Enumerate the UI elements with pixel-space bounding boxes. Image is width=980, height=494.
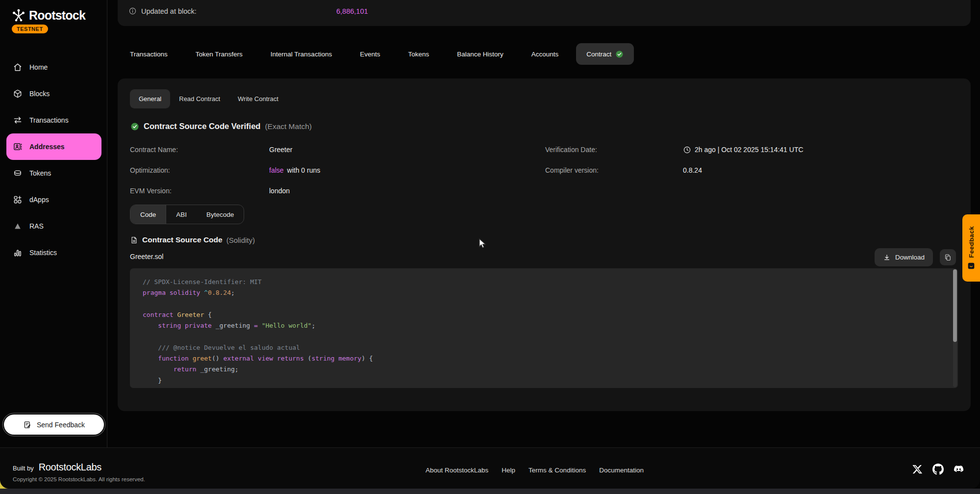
send-feedback-button[interactable]: Send Feedback (4, 415, 104, 435)
addresses-icon (13, 142, 23, 152)
address-tabs: TransactionsToken TransfersInternal Tran… (130, 43, 634, 65)
home-icon (13, 62, 23, 72)
detail-row-compiler-version: Compiler version: 0.8.24 (545, 160, 804, 181)
sidebar-item-transactions[interactable]: Transactions (6, 107, 101, 133)
sidebar-item-label: Tokens (29, 169, 51, 177)
clock-icon (683, 146, 691, 154)
tab-tokens[interactable]: Tokens (408, 51, 429, 58)
detail-row-evm-version: EVM Version: london (130, 181, 320, 201)
file-icon (130, 236, 138, 244)
sidebar-item-blocks[interactable]: Blocks (6, 80, 101, 107)
sidebar-item-home[interactable]: Home (6, 54, 101, 80)
feedback-side-tab[interactable]: Feedback (962, 214, 980, 282)
code-line: contract Greeter { (143, 310, 945, 320)
footer: Built by RootstockLabs Copyright © 2025 … (0, 447, 980, 489)
copy-icon (944, 253, 952, 261)
code-view-switch: CodeABIBytecode (130, 205, 244, 224)
code-scrollbar[interactable] (953, 269, 957, 342)
sidebar-item-label: Home (29, 63, 48, 71)
discord-icon[interactable] (953, 464, 964, 475)
detail-row-optimization: Optimization: false with 0 runs (130, 160, 320, 181)
sidebar-item-label: dApps (29, 196, 49, 204)
transactions-icon (13, 115, 23, 125)
sidebar-item-statistics[interactable]: Statistics (6, 239, 101, 266)
tab-balance-history[interactable]: Balance History (457, 51, 503, 58)
detail-label: Compiler version: (545, 166, 683, 174)
details-left-column: Contract Name: Greeter Optimization: fal… (130, 139, 320, 201)
copy-button[interactable] (940, 249, 956, 265)
subtab-read-contract[interactable]: Read Contract (170, 89, 229, 108)
brand-name: Rootstock (29, 8, 85, 23)
copyright-text: Copyright © 2025 RootstockLabs. All righ… (13, 476, 145, 482)
tab-contract[interactable]: Contract (576, 43, 634, 65)
testnet-badge: TESTNET (12, 25, 48, 33)
subtab-general[interactable]: General (130, 89, 170, 108)
x-icon[interactable] (912, 464, 923, 475)
verified-suffix: (Exact Match) (265, 122, 312, 131)
tab-label: Contract (586, 51, 611, 58)
dapps-icon (13, 195, 23, 205)
detail-value: Greeter (269, 146, 292, 154)
rootstocklabs-wordmark[interactable]: RootstockLabs (39, 462, 101, 473)
contract-details: Contract Name: Greeter Optimization: fal… (130, 139, 958, 203)
page: Rootstock TESTNET Home Blocks Transactio… (0, 0, 980, 494)
tokens-icon (13, 168, 23, 178)
detail-value: false with 0 runs (269, 166, 320, 174)
github-icon[interactable] (932, 464, 944, 475)
blocks-icon (13, 89, 23, 99)
tab-transactions[interactable]: Transactions (130, 51, 168, 58)
footer-link-terms-conditions[interactable]: Terms & Conditions (528, 467, 586, 474)
tab-accounts[interactable]: Accounts (531, 51, 559, 58)
ras-icon (13, 221, 23, 231)
source-code-viewer[interactable]: // SPDX-License-Identifier: MITpragma so… (130, 268, 958, 388)
detail-value: 0.8.24 (683, 166, 702, 174)
detail-value: 2h ago | Oct 02 2025 15:14:41 UTC (683, 146, 804, 154)
download-button[interactable]: Download (875, 248, 933, 266)
social-links (912, 464, 964, 475)
feedback-tab-label: Feedback (968, 226, 975, 258)
sidebar-item-addresses[interactable]: Addresses (6, 133, 101, 160)
code-line: string private _greeting = "Hello world"… (143, 320, 945, 331)
updated-block-label: Updated at block: (141, 7, 197, 15)
footer-link-help[interactable]: Help (502, 467, 515, 474)
tab-token-transfers[interactable]: Token Transfers (196, 51, 243, 58)
sidebar-item-tokens[interactable]: Tokens (6, 160, 101, 186)
subtab-write-contract[interactable]: Write Contract (229, 89, 287, 108)
edit-note-icon (23, 420, 32, 429)
segment-abi[interactable]: ABI (166, 205, 197, 224)
info-icon (128, 7, 137, 15)
download-label: Download (895, 254, 925, 261)
code-line: return _greeting; (143, 364, 945, 375)
detail-label: EVM Version: (130, 187, 269, 195)
tab-events[interactable]: Events (360, 51, 380, 58)
updated-block-value[interactable]: 6,886,101 (336, 7, 368, 15)
segment-code[interactable]: Code (130, 205, 166, 224)
source-suffix: (Solidity) (226, 236, 255, 244)
tab-internal-transactions[interactable]: Internal Transactions (271, 51, 332, 58)
source-filename: Greeter.sol (130, 253, 163, 260)
updated-block-card: Updated at block: 6,886,101 (118, 0, 971, 26)
verified-row: Contract Source Code Verified (Exact Mat… (130, 122, 312, 131)
check-circle-icon (130, 122, 139, 131)
sidebar-item-dapps[interactable]: dApps (6, 186, 101, 213)
contract-subtabs: GeneralRead ContractWrite Contract (130, 89, 287, 108)
contract-card: GeneralRead ContractWrite Contract Contr… (118, 78, 971, 411)
footer-links: About RootstockLabsHelpTerms & Condition… (426, 467, 644, 474)
brand-logo[interactable]: Rootstock (11, 8, 85, 23)
feedback-smile-icon (967, 262, 975, 270)
send-feedback-label: Send Feedback (37, 421, 85, 429)
sidebar-item-ras[interactable]: RAS (6, 213, 101, 239)
source-header: Contract Source Code (Solidity) (130, 235, 255, 244)
sidebar-item-label: Addresses (29, 143, 65, 151)
sidebar-item-label: Statistics (29, 249, 57, 257)
segment-bytecode[interactable]: Bytecode (197, 205, 244, 224)
sidebar: Rootstock TESTNET Home Blocks Transactio… (0, 0, 107, 447)
footer-link-documentation[interactable]: Documentation (599, 467, 644, 474)
built-by-label: Built by (13, 465, 34, 472)
code-line (143, 299, 945, 310)
footer-link-about-rootstocklabs[interactable]: About RootstockLabs (426, 467, 488, 474)
check-circle-icon (615, 50, 624, 58)
detail-label: Contract Name: (130, 146, 269, 154)
code-line: /// @notice Devuelve el saludo actual (143, 342, 945, 353)
sidebar-item-label: RAS (29, 222, 44, 230)
